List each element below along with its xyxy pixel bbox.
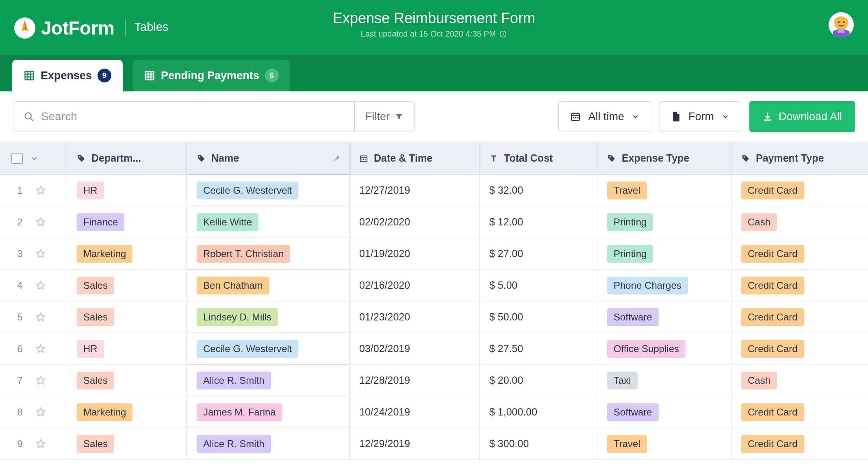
cell-department[interactable]: Marketing (67, 238, 187, 269)
row-number: 7 (11, 375, 28, 386)
table-row[interactable]: 5SalesLindsey D. Mills01/23/2020$ 50.00S… (0, 301, 868, 333)
table-row[interactable]: 1HRCecile G. Westervelt12/27/2019$ 32.00… (0, 175, 868, 206)
search-input[interactable] (41, 110, 345, 123)
cell-date[interactable]: 12/27/2019 (349, 175, 480, 206)
star-icon[interactable] (35, 343, 46, 355)
cell-cost[interactable]: $ 12.00 (480, 206, 597, 238)
cell-department[interactable]: HR (67, 333, 187, 364)
col-payment-type[interactable]: Payment Type (731, 142, 866, 174)
cell-expense-type[interactable]: Software (597, 301, 731, 333)
download-all-button[interactable]: Download All (749, 101, 855, 132)
star-icon[interactable] (35, 216, 46, 228)
table-row[interactable]: 2FinanceKellie Witte02/02/2020$ 12.00Pri… (0, 206, 868, 238)
cell-date[interactable]: 12/29/2019 (349, 428, 480, 459)
payment-chip: Credit Card (741, 308, 804, 326)
star-icon[interactable] (35, 375, 46, 386)
form-dropdown[interactable]: Form (660, 101, 741, 132)
cell-expense-type[interactable]: Taxi (597, 365, 731, 396)
cell-cost[interactable]: $ 27.50 (480, 333, 597, 364)
history-icon[interactable] (499, 30, 507, 38)
cell-department[interactable]: HR (67, 175, 187, 206)
star-icon[interactable] (35, 407, 46, 418)
download-label: Download All (779, 110, 842, 123)
cell-department[interactable]: Sales (67, 301, 187, 333)
cell-expense-type[interactable]: Travel (597, 428, 731, 459)
table-row[interactable]: 8MarketingJames M. Farina10/24/2019$ 1,0… (0, 396, 868, 428)
cell-department[interactable]: Marketing (67, 396, 187, 428)
cell-payment-type[interactable]: Credit Card (731, 175, 866, 206)
cell-payment-type[interactable]: Credit Card (731, 270, 866, 301)
cell-date[interactable]: 02/02/2020 (349, 206, 480, 238)
cell-date[interactable]: 10/24/2019 (349, 396, 480, 428)
search-box[interactable] (13, 102, 354, 132)
cell-cost[interactable]: $ 5.00 (480, 270, 597, 301)
table-row[interactable]: 7SalesAlice R. Smith12/28/2019$ 20.00Tax… (0, 365, 868, 396)
star-icon[interactable] (35, 312, 46, 323)
star-icon[interactable] (35, 185, 46, 196)
cell-date[interactable]: 01/19/2020 (349, 238, 480, 269)
col-name[interactable]: Name (187, 142, 349, 174)
cell-expense-type[interactable]: Travel (597, 175, 731, 206)
cell-name[interactable]: Robert T. Christian (187, 238, 349, 269)
col-cost[interactable]: Total Cost (480, 142, 597, 174)
cell-department[interactable]: Finance (67, 206, 187, 238)
cell-name[interactable]: Lindsey D. Mills (187, 301, 349, 333)
cell-expense-type[interactable]: Printing (597, 206, 731, 238)
table-row[interactable]: 6HRCecile G. Westervelt03/02/2019$ 27.50… (0, 333, 868, 365)
cell-date[interactable]: 01/23/2020 (349, 301, 480, 333)
cell-name[interactable]: Alice R. Smith (187, 365, 349, 396)
cell-cost[interactable]: $ 20.00 (480, 365, 597, 396)
cell-payment-type[interactable]: Credit Card (731, 333, 866, 364)
col-expense-type[interactable]: Expense Type (597, 142, 731, 174)
table-row[interactable]: 3MarketingRobert T. Christian01/19/2020$… (0, 238, 868, 270)
tab-pending-payments[interactable]: Pending Payments 6 (132, 60, 290, 91)
cell-payment-type[interactable]: Cash (731, 206, 866, 238)
cell-expense-type[interactable]: Software (597, 396, 731, 428)
cell-date[interactable]: 12/28/2019 (349, 365, 480, 396)
cell-department[interactable]: Sales (67, 365, 187, 396)
cell-name[interactable]: Alice R. Smith (187, 428, 349, 459)
row-select: 8 (0, 396, 67, 428)
cell-cost[interactable]: $ 32.00 (480, 175, 597, 206)
chevron-down-icon[interactable] (29, 154, 39, 163)
cell-department[interactable]: Sales (67, 428, 187, 459)
time-range-dropdown[interactable]: All time (558, 101, 651, 132)
star-icon[interactable] (35, 280, 46, 291)
row-number: 5 (11, 312, 28, 323)
table-row[interactable]: 9SalesAlice R. Smith12/29/2019$ 300.00Tr… (0, 428, 868, 460)
cell-department[interactable]: Sales (67, 270, 187, 301)
pin-icon[interactable] (332, 154, 341, 163)
cell-payment-type[interactable]: Credit Card (731, 396, 866, 428)
cell-expense-type[interactable]: Office Supplies (597, 333, 731, 364)
cell-cost[interactable]: $ 50.00 (480, 301, 597, 333)
cell-name[interactable]: Ben Chatham (187, 270, 349, 301)
cell-expense-type[interactable]: Phone Charges (597, 270, 731, 301)
select-all-checkbox[interactable] (11, 153, 23, 164)
col-department[interactable]: Departm... (67, 142, 187, 174)
user-avatar[interactable] (829, 12, 854, 37)
cell-payment-type[interactable]: Credit Card (731, 238, 866, 269)
cell-expense-type[interactable]: Printing (597, 238, 731, 269)
cell-name[interactable]: James M. Farina (187, 396, 349, 428)
cell-payment-type[interactable]: Credit Card (731, 428, 866, 459)
payment-chip: Credit Card (741, 403, 804, 421)
table-row[interactable]: 4SalesBen Chatham02/16/2020$ 5.00Phone C… (0, 270, 868, 301)
filter-button[interactable]: Filter (354, 102, 414, 132)
cell-name[interactable]: Cecile G. Westervelt (187, 175, 349, 206)
star-icon[interactable] (35, 248, 46, 260)
brand-section[interactable]: Tables (135, 20, 169, 34)
cell-name[interactable]: Cecile G. Westervelt (187, 333, 349, 364)
star-icon[interactable] (35, 438, 46, 450)
cell-name[interactable]: Kellie Witte (187, 206, 349, 238)
cell-cost[interactable]: $ 1,000.00 (480, 396, 597, 428)
cell-cost[interactable]: $ 300.00 (480, 428, 597, 459)
cell-payment-type[interactable]: Credit Card (731, 301, 866, 333)
brand-block[interactable]: JotForm (14, 17, 115, 39)
cell-cost[interactable]: $ 27.00 (480, 238, 597, 269)
cell-payment-type[interactable]: Cash (731, 365, 866, 396)
row-select: 9 (0, 428, 67, 459)
col-date[interactable]: Date & Time (349, 142, 480, 174)
tab-expenses[interactable]: Expenses 9 (12, 60, 123, 91)
cell-date[interactable]: 02/16/2020 (349, 270, 480, 301)
cell-date[interactable]: 03/02/2019 (349, 333, 480, 364)
